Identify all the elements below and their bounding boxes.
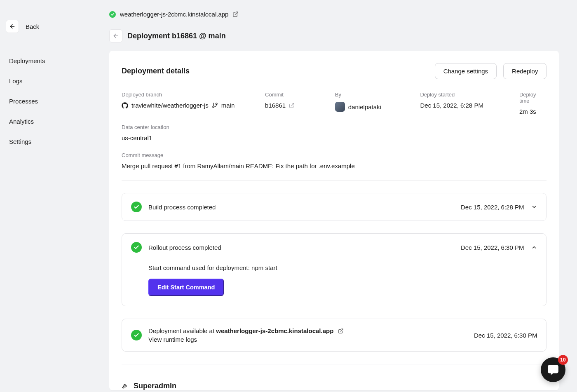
step-rollout: Rollout process completed Dec 15, 2022, …: [122, 233, 547, 306]
deploy-host[interactable]: weatherlogger-js-2cbmc.kinstalocal.app: [216, 327, 333, 334]
step-available: Deployment available at weatherlogger-js…: [122, 319, 547, 352]
superadmin-title: Superadmin: [134, 382, 176, 390]
edit-start-command-button[interactable]: Edit Start Command: [148, 279, 224, 296]
external-link-icon[interactable]: [338, 328, 344, 334]
by-user: danielpataki: [348, 103, 381, 110]
redeploy-button[interactable]: Redeploy: [503, 63, 547, 79]
step-build-title: Build process completed: [148, 204, 461, 211]
app-url-link[interactable]: weatherlogger-js-2cbmc.kinstalocal.app: [120, 11, 228, 18]
git-branch-icon: [212, 102, 218, 108]
arrow-left-icon: [113, 33, 119, 39]
check-icon: [131, 202, 142, 212]
wrench-icon: [122, 383, 128, 389]
github-icon: [122, 102, 128, 109]
deploy-started: Dec 15, 2022, 6:28 PM: [420, 102, 503, 109]
nav-processes[interactable]: Processes: [6, 92, 100, 110]
label-by: By: [335, 92, 404, 98]
rollout-command-text: Start command used for deployment: npm s…: [148, 264, 537, 271]
external-link-icon[interactable]: [232, 11, 239, 17]
divider: [122, 180, 547, 181]
repo-name: traviewhite/weatherlogger-js: [131, 102, 209, 109]
deploy-time: 2m 3s: [519, 108, 547, 115]
sidebar: Back Deployments Logs Processes Analytic…: [0, 0, 109, 392]
label-commit-message: Commit message: [122, 152, 547, 158]
commit-link[interactable]: b16861: [265, 102, 286, 109]
chat-unread-badge: 10: [558, 355, 568, 365]
nav-settings[interactable]: Settings: [6, 133, 100, 150]
commit-message: Merge pull request #1 from RamyAllam/mai…: [122, 162, 547, 169]
svg-line-1: [235, 12, 238, 15]
divider: [122, 364, 547, 364]
deploy-available-prefix: Deployment available at: [148, 327, 216, 334]
sidebar-back-label: Back: [26, 23, 39, 30]
nav-deployments[interactable]: Deployments: [6, 52, 100, 70]
chat-icon: [547, 364, 559, 376]
page-title: Deployment b16861 @ main: [127, 32, 226, 40]
label-branch: Deployed branch: [122, 92, 249, 98]
deployment-details-panel: Deployment details Change settings Redep…: [109, 51, 559, 390]
check-icon: [131, 330, 142, 340]
view-runtime-logs-link[interactable]: View runtime logs: [148, 336, 474, 343]
sidebar-back-button[interactable]: [6, 20, 19, 33]
check-icon: [131, 242, 142, 253]
page-back-button[interactable]: [109, 29, 122, 42]
datacenter-value: us-central1: [122, 134, 547, 141]
external-link-icon: [289, 103, 295, 108]
label-time: Deploy time: [519, 92, 547, 104]
svg-line-7: [340, 329, 342, 331]
status-ok-icon: [109, 11, 116, 18]
label-datacenter: Data center location: [122, 124, 547, 130]
app-url-row: weatherlogger-js-2cbmc.kinstalocal.app: [109, 11, 559, 18]
branch-name: main: [221, 102, 235, 109]
nav-logs[interactable]: Logs: [6, 72, 100, 90]
label-commit: Commit: [265, 92, 319, 98]
avatar: [335, 102, 345, 112]
step-rollout-time: Dec 15, 2022, 6:30 PM: [461, 244, 524, 251]
main-content: weatherlogger-js-2cbmc.kinstalocal.app D…: [109, 0, 577, 392]
step-rollout-title: Rollout process completed: [148, 244, 461, 251]
change-settings-button[interactable]: Change settings: [435, 63, 497, 79]
chevron-down-icon[interactable]: [531, 204, 537, 210]
panel-title: Deployment details: [122, 67, 190, 75]
step-build-time: Dec 15, 2022, 6:28 PM: [461, 204, 524, 211]
step-available-time: Dec 15, 2022, 6:30 PM: [474, 332, 537, 339]
nav-analytics[interactable]: Analytics: [6, 113, 100, 130]
step-build[interactable]: Build process completed Dec 15, 2022, 6:…: [122, 193, 547, 221]
chat-widget[interactable]: 10: [541, 357, 565, 382]
arrow-left-icon: [9, 23, 16, 30]
svg-line-6: [291, 103, 294, 106]
label-started: Deploy started: [420, 92, 503, 98]
chevron-up-icon[interactable]: [531, 244, 537, 250]
